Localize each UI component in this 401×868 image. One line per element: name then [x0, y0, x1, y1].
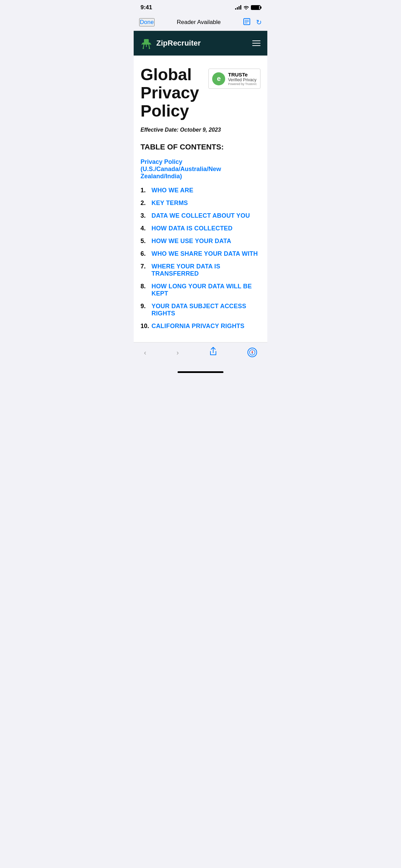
logo-area[interactable]: ZipRecruiter [141, 37, 201, 49]
menu-button[interactable] [252, 40, 260, 46]
wifi-icon [243, 5, 249, 11]
list-item: 5. HOW WE USE YOUR DATA [141, 238, 260, 245]
hamburger-line [252, 45, 260, 46]
toc-heading: TABLE OF CONTENTS: [141, 143, 260, 152]
compass-button[interactable] [247, 348, 257, 357]
truste-badge[interactable]: e TRUSTe Verified Privacy Powered by Tru… [208, 69, 260, 89]
compass-icon [247, 348, 257, 357]
page-title: Global Privacy Policy [141, 66, 205, 120]
list-item: 6. WHO WE SHARE YOUR DATA WITH [141, 250, 260, 257]
share-button[interactable] [209, 347, 217, 358]
hamburger-line [252, 43, 260, 44]
toc-link-california[interactable]: CALIFORNIA PRIVACY RIGHTS [151, 323, 244, 330]
toc-link-who-we-are[interactable]: WHO WE ARE [151, 187, 193, 194]
reader-icon [243, 18, 251, 25]
forward-button[interactable]: › [177, 349, 179, 357]
toc-num: 10. [141, 323, 151, 330]
truste-name: TRUSTe [228, 72, 257, 77]
list-item: 3. DATA WE COLLECT ABOUT YOU [141, 212, 260, 219]
svg-rect-5 [144, 39, 149, 43]
list-item: 8. HOW LONG YOUR DATA WILL BE KEPT [141, 283, 260, 297]
list-item: 7. WHERE YOUR DATA IS TRANSFERRED [141, 263, 260, 277]
home-indicator [178, 371, 223, 373]
site-navbar: ZipRecruiter [134, 31, 267, 56]
list-item: 1. WHO WE ARE [141, 187, 260, 194]
page-header: Global Privacy Policy e TRUSTe Verified … [141, 66, 260, 120]
list-item: 10. CALIFORNIA PRIVACY RIGHTS [141, 323, 260, 330]
done-button[interactable]: Done [139, 18, 155, 26]
toc-num: 7. [141, 263, 151, 270]
toc-link-how-collected[interactable]: HOW DATA IS COLLECTED [151, 225, 232, 232]
truste-text: TRUSTe Verified Privacy Powered by Trust… [228, 72, 257, 86]
svg-point-8 [143, 48, 144, 49]
toc-num: 1. [141, 187, 151, 194]
back-arrow-icon: ‹ [144, 349, 146, 356]
signal-bars-icon [235, 5, 241, 10]
toc-num: 8. [141, 283, 151, 290]
truste-verified: Verified Privacy [228, 77, 257, 82]
status-icons [235, 5, 260, 11]
reload-button[interactable]: ↻ [256, 18, 262, 26]
toc-num: 6. [141, 250, 151, 257]
reader-available-label: Reader Available [177, 19, 221, 26]
toc-link-key-terms[interactable]: KEY TERMS [151, 200, 188, 207]
toc-num: 9. [141, 303, 151, 310]
reload-icon: ↻ [256, 19, 262, 26]
toc-list: 1. WHO WE ARE 2. KEY TERMS 3. DATA WE CO… [141, 187, 260, 330]
list-item: 9. YOUR DATA SUBJECT ACCESS RIGHTS [141, 303, 260, 317]
toc-link-where-transferred[interactable]: WHERE YOUR DATA IS TRANSFERRED [151, 263, 260, 277]
toc-link-access-rights[interactable]: YOUR DATA SUBJECT ACCESS RIGHTS [151, 303, 260, 317]
logo-text: ZipRecruiter [156, 39, 201, 48]
toc-section-link[interactable]: Privacy Policy (U.S./Canada/Australia/Ne… [141, 158, 260, 180]
truste-logo-icon: e [212, 72, 225, 85]
bottom-browser-nav: ‹ › [134, 342, 267, 369]
effective-date: Effective Date: October 9, 2023 [141, 127, 260, 133]
browser-bar: Done Reader Available ↻ [134, 15, 267, 31]
toc-link-who-share[interactable]: WHO WE SHARE YOUR DATA WITH [151, 250, 258, 257]
toc-link-how-use[interactable]: HOW WE USE YOUR DATA [151, 238, 231, 245]
hamburger-line [252, 40, 260, 41]
toc-num: 4. [141, 225, 151, 232]
reader-view-button[interactable] [243, 18, 251, 26]
status-time: 9:41 [141, 4, 152, 11]
toc-link-data-collect[interactable]: DATA WE COLLECT ABOUT YOU [151, 212, 250, 219]
share-icon [209, 347, 217, 356]
toc-num: 3. [141, 212, 151, 219]
truste-powered: Powered by TrustArc [228, 82, 257, 86]
battery-icon [251, 5, 260, 10]
list-item: 4. HOW DATA IS COLLECTED [141, 225, 260, 232]
forward-arrow-icon: › [177, 349, 179, 356]
status-bar: 9:41 [134, 0, 267, 15]
svg-point-9 [149, 48, 150, 49]
browser-actions: ↻ [243, 18, 262, 26]
ziprecruiter-chair-icon [141, 37, 153, 49]
toc-num: 2. [141, 200, 151, 207]
svg-line-7 [149, 45, 149, 48]
svg-line-12 [150, 43, 151, 45]
toc-link-how-long[interactable]: HOW LONG YOUR DATA WILL BE KEPT [151, 283, 260, 297]
back-button[interactable]: ‹ [144, 349, 146, 357]
toc-num: 5. [141, 238, 151, 245]
page-content: Global Privacy Policy e TRUSTe Verified … [134, 56, 267, 342]
list-item: 2. KEY TERMS [141, 200, 260, 207]
svg-line-6 [143, 45, 144, 48]
svg-line-11 [142, 43, 143, 45]
